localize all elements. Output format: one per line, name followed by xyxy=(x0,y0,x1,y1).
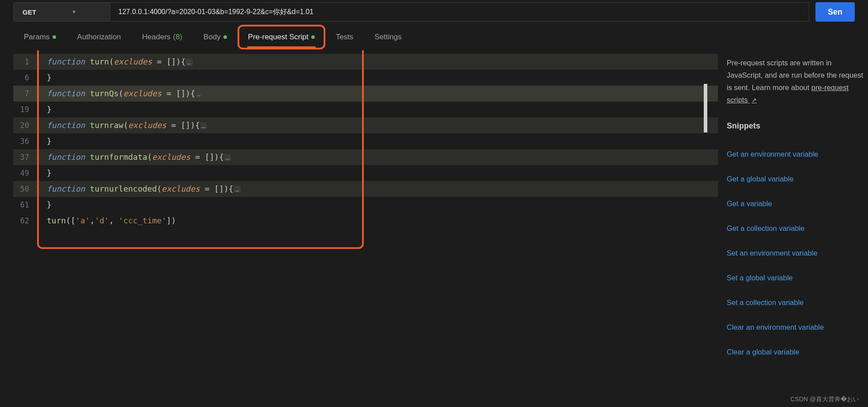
code-line[interactable]: 61} xyxy=(13,197,718,213)
code-line[interactable]: 7❯function turnQs(excludes = []){… xyxy=(13,86,718,102)
request-bar: GET ▼ Sen xyxy=(0,0,868,24)
line-number: 20 xyxy=(13,117,33,133)
snippet-item[interactable]: Get a variable xyxy=(727,191,868,216)
helper-sidebar: Pre-request scripts are written in JavaS… xyxy=(718,50,868,407)
snippet-item[interactable]: Set a global variable xyxy=(727,265,868,290)
tab-body[interactable]: Body xyxy=(193,25,238,49)
code-line[interactable]: 36} xyxy=(13,133,718,149)
code-line[interactable]: 1❯function turn(excludes = []){… xyxy=(13,54,718,70)
fold-arrow-icon[interactable]: ❯ xyxy=(33,181,43,197)
fold-arrow-icon[interactable]: ❯ xyxy=(33,54,43,70)
scrollbar-thumb[interactable] xyxy=(704,84,707,132)
code-content: function turnformdata(excludes = []){… xyxy=(43,149,231,166)
method-select[interactable]: GET ▼ xyxy=(13,2,110,22)
snippets-heading: Snippets xyxy=(727,119,868,133)
code-line[interactable]: 49} xyxy=(13,165,718,181)
line-number: 49 xyxy=(13,165,33,181)
main-content: 1❯function turn(excludes = []){…6}7❯func… xyxy=(0,50,868,407)
tab-label: Tests xyxy=(336,33,354,41)
tab-headers[interactable]: Headers (8) xyxy=(132,25,193,49)
code-line[interactable]: 6} xyxy=(13,70,718,86)
tab-label: Authorization xyxy=(77,33,121,41)
code-editor[interactable]: 1❯function turn(excludes = []){…6}7❯func… xyxy=(13,52,718,230)
url-input[interactable] xyxy=(110,2,809,22)
tab-prerequest-script[interactable]: Pre-request Script xyxy=(238,25,325,49)
code-content: function turn(excludes = []){… xyxy=(43,54,193,70)
line-number: 1 xyxy=(13,54,33,70)
fold-arrow-icon[interactable]: ❯ xyxy=(33,86,43,102)
tab-label: Pre-request Script xyxy=(248,33,309,41)
code-content: function turnraw(excludes = []){… xyxy=(43,117,207,134)
tab-label: Params xyxy=(24,33,50,41)
tab-authorization[interactable]: Authorization xyxy=(67,25,132,49)
code-content: function turnurlencoded(excludes = []){… xyxy=(43,181,241,197)
tab-tests[interactable]: Tests xyxy=(325,25,364,49)
line-number: 36 xyxy=(13,133,33,149)
code-content: } xyxy=(43,165,52,181)
code-line[interactable]: 19} xyxy=(13,102,718,117)
code-line[interactable]: 62turn(['a','d', 'ccc_time']) xyxy=(13,213,718,229)
snippet-item[interactable]: Get a collection variable xyxy=(727,216,868,241)
snippets-list: Get an environment variableGet a global … xyxy=(727,142,868,364)
line-number: 37 xyxy=(13,149,33,165)
line-number: 50 xyxy=(13,181,33,197)
code-content: } xyxy=(43,133,52,149)
code-content: } xyxy=(43,70,52,86)
headers-count: (8) xyxy=(173,33,182,41)
send-button[interactable]: Sen xyxy=(815,2,855,22)
editor-area: 1❯function turn(excludes = []){…6}7❯func… xyxy=(13,50,718,407)
watermark: CSDN @喜大普奔�おい xyxy=(790,396,859,403)
status-dot-icon xyxy=(223,35,227,39)
code-content: } xyxy=(43,102,52,117)
code-line[interactable]: 37❯function turnformdata(excludes = []){… xyxy=(13,149,718,165)
tab-label: Headers xyxy=(142,33,170,41)
snippet-item[interactable]: Get a global variable xyxy=(727,166,868,191)
snippet-item[interactable]: Set an environment variable xyxy=(727,241,868,265)
code-line[interactable]: 20❯function turnraw(excludes = []){… xyxy=(13,117,718,133)
snippet-item[interactable]: Clear an environment variable xyxy=(727,315,868,339)
tab-label: Settings xyxy=(374,33,401,41)
request-tabs: Params Authorization Headers (8) Body Pr… xyxy=(0,24,868,50)
tab-settings[interactable]: Settings xyxy=(364,25,412,49)
tab-label: Body xyxy=(204,33,221,41)
method-label: GET xyxy=(23,8,36,16)
code-content: function turnQs(excludes = []){… xyxy=(43,86,202,102)
snippet-item[interactable]: Get an environment variable xyxy=(727,142,868,166)
line-number: 62 xyxy=(13,213,33,229)
code-content: } xyxy=(43,197,52,213)
fold-arrow-icon[interactable]: ❯ xyxy=(33,117,43,133)
chevron-down-icon: ▼ xyxy=(72,9,77,15)
fold-arrow-icon[interactable]: ❯ xyxy=(33,149,43,165)
line-number: 61 xyxy=(13,197,33,213)
code-content: turn(['a','d', 'ccc_time']) xyxy=(43,213,176,229)
snippet-item[interactable]: Clear a global variable xyxy=(727,339,868,364)
external-link-icon: ↗ xyxy=(751,97,757,104)
code-line[interactable]: 50❯function turnurlencoded(excludes = []… xyxy=(13,181,718,197)
line-number: 7 xyxy=(13,86,33,102)
snippet-item[interactable]: Set a collection variable xyxy=(727,290,868,315)
line-number: 6 xyxy=(13,70,33,86)
tab-params[interactable]: Params xyxy=(13,25,67,49)
line-number: 19 xyxy=(13,102,33,117)
status-dot-icon xyxy=(311,35,315,39)
status-dot-icon xyxy=(53,35,56,39)
sidebar-description: Pre-request scripts are written in JavaS… xyxy=(727,57,868,106)
